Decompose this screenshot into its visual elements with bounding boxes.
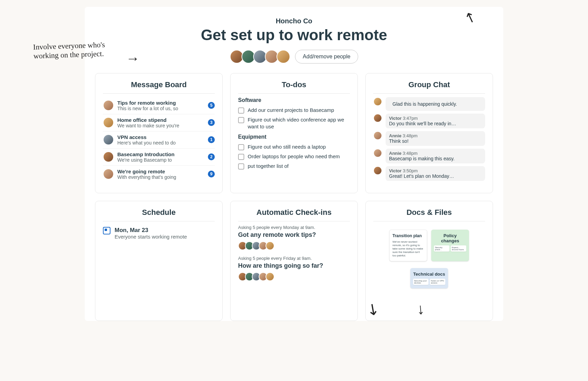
message-title: Basecamp Introduction bbox=[117, 151, 204, 157]
checkins-card[interactable]: Automatic Check-ins Asking 5 people ever… bbox=[230, 201, 358, 321]
message-item[interactable]: Tips for remote working This is new for … bbox=[103, 97, 215, 114]
checkbox[interactable] bbox=[238, 154, 244, 160]
schedule-item[interactable]: Mon, Mar 23 Everyone starts working remo… bbox=[103, 225, 215, 240]
checkbox[interactable] bbox=[238, 117, 244, 123]
todo-item[interactable]: Add our current projects to Basecamp bbox=[238, 105, 350, 115]
avatar bbox=[373, 97, 382, 106]
todo-text: Order laptops for people who need them bbox=[248, 153, 340, 160]
chat-author: Victor bbox=[389, 116, 402, 121]
count-badge: 5 bbox=[208, 102, 215, 109]
card-title: Docs & Files bbox=[373, 208, 485, 221]
avatar bbox=[103, 117, 114, 128]
card-title: Message Board bbox=[103, 80, 215, 94]
message-item[interactable]: We're going remote With everything that'… bbox=[103, 166, 215, 183]
todo-item[interactable]: Figure out who still needs a laptop bbox=[238, 142, 350, 152]
avatar bbox=[103, 134, 114, 145]
schedule-desc: Everyone starts working remote bbox=[115, 234, 187, 240]
chat-time: 3:48pm bbox=[403, 151, 418, 156]
doc-mini: Securing your devices bbox=[413, 279, 428, 285]
message-preview: We want to make sure you're bbox=[117, 123, 204, 128]
avatar bbox=[103, 151, 114, 162]
checkin-avatars bbox=[238, 272, 350, 281]
count-badge: 3 bbox=[208, 119, 215, 126]
chat-author: Victor bbox=[389, 168, 402, 173]
chat-time: 3:48pm bbox=[403, 133, 418, 138]
doc-mini: Expect… around hours bbox=[451, 245, 466, 252]
doc-mini: Security practi… bbox=[434, 245, 449, 252]
project-title: Get set up to work remote bbox=[95, 26, 493, 44]
checkin-item[interactable]: Asking 5 people every Friday at 9am. How… bbox=[238, 256, 350, 281]
add-remove-people-button[interactable]: Add/remove people bbox=[295, 50, 358, 64]
avatar bbox=[103, 169, 114, 180]
calendar-icon bbox=[103, 227, 110, 234]
schedule-date: Mon, Mar 23 bbox=[115, 227, 187, 234]
message-title: VPN access bbox=[117, 134, 204, 140]
people-avatars[interactable] bbox=[230, 50, 290, 64]
chat-message[interactable]: Annie 3:48pm Think so! bbox=[373, 131, 485, 146]
message-title: We're going remote bbox=[117, 169, 204, 174]
chat-time: 3:50pm bbox=[403, 168, 418, 173]
card-title: Schedule bbox=[103, 208, 215, 221]
doc-title: Policy changes bbox=[434, 233, 466, 243]
todo-text: put together list of bbox=[248, 163, 289, 170]
todo-item[interactable]: Order laptops for people who need them bbox=[238, 152, 350, 161]
chat-time: 3:47pm bbox=[403, 116, 418, 121]
todos-card[interactable]: To-dos Software Add our current projects… bbox=[230, 73, 358, 193]
handwritten-annotation: Involve everyone who's working on the pr… bbox=[33, 39, 123, 61]
schedule-card[interactable]: Schedule Mon, Mar 23 Everyone starts wor… bbox=[95, 201, 223, 321]
chat-author: Annie bbox=[389, 151, 401, 156]
avatar bbox=[266, 272, 274, 281]
avatar bbox=[373, 114, 382, 123]
todo-text: Figure out who still needs a laptop bbox=[248, 143, 326, 150]
checkin-schedule: Asking 5 people every Friday at 9am. bbox=[238, 256, 350, 261]
docs-files-card[interactable]: Docs & Files Transition plan We've never… bbox=[365, 201, 493, 321]
todo-text: Figure out which video conference app we… bbox=[248, 116, 350, 130]
count-badge: 2 bbox=[208, 153, 215, 160]
avatar bbox=[373, 166, 382, 175]
todo-text: Add our current projects to Basecamp bbox=[248, 107, 334, 114]
company-name: Honcho Co bbox=[95, 17, 493, 25]
count-badge: 9 bbox=[208, 171, 215, 177]
doc-item[interactable]: Policy changes Security practi… Expect… … bbox=[431, 230, 469, 261]
doc-item[interactable]: Transition plan We've never worked remot… bbox=[389, 230, 427, 261]
message-preview: This is new for a lot of us, so bbox=[117, 106, 204, 111]
message-board-card[interactable]: Message Board Tips for remote working Th… bbox=[95, 73, 223, 193]
chat-message[interactable]: Victor 3:50pm Great! Let's plan on Monda… bbox=[373, 166, 485, 181]
avatar bbox=[373, 149, 382, 158]
doc-title: Transition plan bbox=[392, 233, 424, 238]
doc-title: Technical docs bbox=[413, 272, 445, 277]
chat-message[interactable]: Annie 3:48pm Basecamp is making this eas… bbox=[373, 149, 485, 163]
card-title: Group Chat bbox=[373, 80, 485, 94]
chat-body: Do you think we'll be ready in… bbox=[389, 121, 482, 126]
checkbox[interactable] bbox=[238, 163, 244, 170]
todo-item[interactable]: Figure out which video conference app we… bbox=[238, 115, 350, 131]
checkin-question: Got any remote work tips? bbox=[238, 231, 350, 239]
todo-section-label: Equipment bbox=[238, 134, 350, 140]
message-item[interactable]: VPN access Here's what you need to do 1 bbox=[103, 131, 215, 149]
doc-mini: Notes on VPN access bbox=[430, 279, 445, 285]
checkbox[interactable] bbox=[238, 107, 244, 114]
avatar bbox=[103, 100, 114, 111]
card-title: To-dos bbox=[238, 80, 350, 94]
message-preview: We're using Basecamp to bbox=[117, 157, 204, 163]
checkin-schedule: Asking 5 people every Monday at 9am. bbox=[238, 225, 350, 230]
project-header: Honcho Co Get set up to work remote Add/… bbox=[95, 17, 493, 64]
checkin-question: How are things going so far? bbox=[238, 262, 350, 269]
group-chat-card[interactable]: Group Chat Glad this is happening quickl… bbox=[365, 73, 493, 193]
todo-item[interactable]: put together list of bbox=[238, 161, 350, 171]
avatar bbox=[277, 50, 290, 64]
checkin-avatars bbox=[238, 241, 350, 250]
message-item[interactable]: Home office stipend We want to make sure… bbox=[103, 114, 215, 131]
count-badge: 1 bbox=[208, 136, 215, 143]
todo-section-label: Software bbox=[238, 97, 350, 103]
checkin-item[interactable]: Asking 5 people every Monday at 9am. Got… bbox=[238, 225, 350, 250]
chat-author: Annie bbox=[389, 133, 401, 138]
chat-body: Think so! bbox=[389, 138, 482, 144]
checkbox[interactable] bbox=[238, 144, 244, 150]
doc-item[interactable]: Technical docs Securing your devices Not… bbox=[410, 268, 448, 288]
message-title: Tips for remote working bbox=[117, 100, 204, 106]
chat-message[interactable]: Victor 3:47pm Do you think we'll be read… bbox=[373, 114, 485, 128]
avatar bbox=[373, 131, 382, 140]
chat-message[interactable]: Glad this is happening quickly. bbox=[373, 97, 485, 111]
message-item[interactable]: Basecamp Introduction We're using Baseca… bbox=[103, 149, 215, 166]
